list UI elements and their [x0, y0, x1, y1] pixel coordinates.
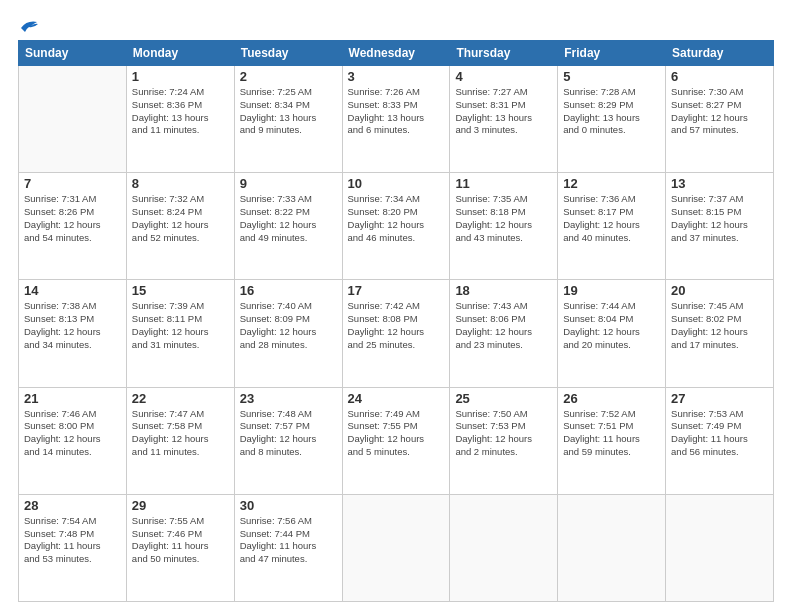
calendar-cell: 11Sunrise: 7:35 AMSunset: 8:18 PMDayligh… [450, 173, 558, 280]
day-number: 23 [240, 391, 337, 406]
day-info: Sunrise: 7:28 AMSunset: 8:29 PMDaylight:… [563, 86, 660, 137]
page: SundayMondayTuesdayWednesdayThursdayFrid… [0, 0, 792, 612]
day-info: Sunrise: 7:36 AMSunset: 8:17 PMDaylight:… [563, 193, 660, 244]
header [18, 18, 774, 30]
calendar-cell: 22Sunrise: 7:47 AMSunset: 7:58 PMDayligh… [126, 387, 234, 494]
calendar-table: SundayMondayTuesdayWednesdayThursdayFrid… [18, 40, 774, 602]
day-info: Sunrise: 7:32 AMSunset: 8:24 PMDaylight:… [132, 193, 229, 244]
calendar-cell: 14Sunrise: 7:38 AMSunset: 8:13 PMDayligh… [19, 280, 127, 387]
day-info: Sunrise: 7:42 AMSunset: 8:08 PMDaylight:… [348, 300, 445, 351]
calendar-cell: 5Sunrise: 7:28 AMSunset: 8:29 PMDaylight… [558, 66, 666, 173]
calendar-cell: 9Sunrise: 7:33 AMSunset: 8:22 PMDaylight… [234, 173, 342, 280]
calendar-week-row: 21Sunrise: 7:46 AMSunset: 8:00 PMDayligh… [19, 387, 774, 494]
day-info: Sunrise: 7:55 AMSunset: 7:46 PMDaylight:… [132, 515, 229, 566]
day-number: 3 [348, 69, 445, 84]
calendar-cell [558, 494, 666, 601]
day-number: 30 [240, 498, 337, 513]
calendar-week-row: 1Sunrise: 7:24 AMSunset: 8:36 PMDaylight… [19, 66, 774, 173]
calendar-cell: 19Sunrise: 7:44 AMSunset: 8:04 PMDayligh… [558, 280, 666, 387]
day-info: Sunrise: 7:45 AMSunset: 8:02 PMDaylight:… [671, 300, 768, 351]
calendar-day-header: Thursday [450, 41, 558, 66]
day-info: Sunrise: 7:37 AMSunset: 8:15 PMDaylight:… [671, 193, 768, 244]
day-number: 2 [240, 69, 337, 84]
logo [18, 18, 40, 30]
calendar-cell [19, 66, 127, 173]
day-number: 22 [132, 391, 229, 406]
day-info: Sunrise: 7:48 AMSunset: 7:57 PMDaylight:… [240, 408, 337, 459]
calendar-cell: 3Sunrise: 7:26 AMSunset: 8:33 PMDaylight… [342, 66, 450, 173]
day-number: 28 [24, 498, 121, 513]
day-info: Sunrise: 7:54 AMSunset: 7:48 PMDaylight:… [24, 515, 121, 566]
day-info: Sunrise: 7:26 AMSunset: 8:33 PMDaylight:… [348, 86, 445, 137]
day-info: Sunrise: 7:39 AMSunset: 8:11 PMDaylight:… [132, 300, 229, 351]
calendar-cell: 2Sunrise: 7:25 AMSunset: 8:34 PMDaylight… [234, 66, 342, 173]
logo-bird-icon [19, 18, 39, 34]
calendar-cell: 21Sunrise: 7:46 AMSunset: 8:00 PMDayligh… [19, 387, 127, 494]
calendar-day-header: Saturday [666, 41, 774, 66]
day-info: Sunrise: 7:34 AMSunset: 8:20 PMDaylight:… [348, 193, 445, 244]
calendar-cell [666, 494, 774, 601]
calendar-cell: 6Sunrise: 7:30 AMSunset: 8:27 PMDaylight… [666, 66, 774, 173]
day-info: Sunrise: 7:33 AMSunset: 8:22 PMDaylight:… [240, 193, 337, 244]
day-number: 4 [455, 69, 552, 84]
day-number: 16 [240, 283, 337, 298]
day-number: 24 [348, 391, 445, 406]
day-number: 21 [24, 391, 121, 406]
calendar-cell: 1Sunrise: 7:24 AMSunset: 8:36 PMDaylight… [126, 66, 234, 173]
day-number: 17 [348, 283, 445, 298]
day-info: Sunrise: 7:52 AMSunset: 7:51 PMDaylight:… [563, 408, 660, 459]
day-info: Sunrise: 7:53 AMSunset: 7:49 PMDaylight:… [671, 408, 768, 459]
day-number: 27 [671, 391, 768, 406]
day-number: 12 [563, 176, 660, 191]
day-info: Sunrise: 7:49 AMSunset: 7:55 PMDaylight:… [348, 408, 445, 459]
calendar-day-header: Wednesday [342, 41, 450, 66]
day-number: 8 [132, 176, 229, 191]
calendar-cell: 16Sunrise: 7:40 AMSunset: 8:09 PMDayligh… [234, 280, 342, 387]
day-number: 6 [671, 69, 768, 84]
day-info: Sunrise: 7:44 AMSunset: 8:04 PMDaylight:… [563, 300, 660, 351]
day-info: Sunrise: 7:27 AMSunset: 8:31 PMDaylight:… [455, 86, 552, 137]
day-number: 20 [671, 283, 768, 298]
calendar-day-header: Tuesday [234, 41, 342, 66]
calendar-cell: 20Sunrise: 7:45 AMSunset: 8:02 PMDayligh… [666, 280, 774, 387]
day-info: Sunrise: 7:47 AMSunset: 7:58 PMDaylight:… [132, 408, 229, 459]
calendar-header-row: SundayMondayTuesdayWednesdayThursdayFrid… [19, 41, 774, 66]
calendar-cell: 12Sunrise: 7:36 AMSunset: 8:17 PMDayligh… [558, 173, 666, 280]
day-info: Sunrise: 7:25 AMSunset: 8:34 PMDaylight:… [240, 86, 337, 137]
day-number: 19 [563, 283, 660, 298]
day-number: 18 [455, 283, 552, 298]
calendar-week-row: 7Sunrise: 7:31 AMSunset: 8:26 PMDaylight… [19, 173, 774, 280]
day-info: Sunrise: 7:56 AMSunset: 7:44 PMDaylight:… [240, 515, 337, 566]
day-number: 14 [24, 283, 121, 298]
calendar-cell: 27Sunrise: 7:53 AMSunset: 7:49 PMDayligh… [666, 387, 774, 494]
day-info: Sunrise: 7:31 AMSunset: 8:26 PMDaylight:… [24, 193, 121, 244]
day-info: Sunrise: 7:30 AMSunset: 8:27 PMDaylight:… [671, 86, 768, 137]
day-number: 1 [132, 69, 229, 84]
calendar-cell: 8Sunrise: 7:32 AMSunset: 8:24 PMDaylight… [126, 173, 234, 280]
calendar-day-header: Sunday [19, 41, 127, 66]
calendar-cell: 7Sunrise: 7:31 AMSunset: 8:26 PMDaylight… [19, 173, 127, 280]
calendar-cell: 17Sunrise: 7:42 AMSunset: 8:08 PMDayligh… [342, 280, 450, 387]
calendar-cell: 15Sunrise: 7:39 AMSunset: 8:11 PMDayligh… [126, 280, 234, 387]
day-number: 11 [455, 176, 552, 191]
day-number: 26 [563, 391, 660, 406]
day-number: 9 [240, 176, 337, 191]
calendar-cell [450, 494, 558, 601]
calendar-cell: 10Sunrise: 7:34 AMSunset: 8:20 PMDayligh… [342, 173, 450, 280]
day-number: 5 [563, 69, 660, 84]
calendar-cell: 24Sunrise: 7:49 AMSunset: 7:55 PMDayligh… [342, 387, 450, 494]
day-info: Sunrise: 7:46 AMSunset: 8:00 PMDaylight:… [24, 408, 121, 459]
calendar-cell: 26Sunrise: 7:52 AMSunset: 7:51 PMDayligh… [558, 387, 666, 494]
day-number: 7 [24, 176, 121, 191]
day-info: Sunrise: 7:38 AMSunset: 8:13 PMDaylight:… [24, 300, 121, 351]
calendar-cell: 18Sunrise: 7:43 AMSunset: 8:06 PMDayligh… [450, 280, 558, 387]
calendar-cell [342, 494, 450, 601]
calendar-week-row: 14Sunrise: 7:38 AMSunset: 8:13 PMDayligh… [19, 280, 774, 387]
calendar-cell: 13Sunrise: 7:37 AMSunset: 8:15 PMDayligh… [666, 173, 774, 280]
calendar-week-row: 28Sunrise: 7:54 AMSunset: 7:48 PMDayligh… [19, 494, 774, 601]
calendar-cell: 25Sunrise: 7:50 AMSunset: 7:53 PMDayligh… [450, 387, 558, 494]
calendar-cell: 28Sunrise: 7:54 AMSunset: 7:48 PMDayligh… [19, 494, 127, 601]
day-info: Sunrise: 7:43 AMSunset: 8:06 PMDaylight:… [455, 300, 552, 351]
calendar-day-header: Friday [558, 41, 666, 66]
calendar-day-header: Monday [126, 41, 234, 66]
